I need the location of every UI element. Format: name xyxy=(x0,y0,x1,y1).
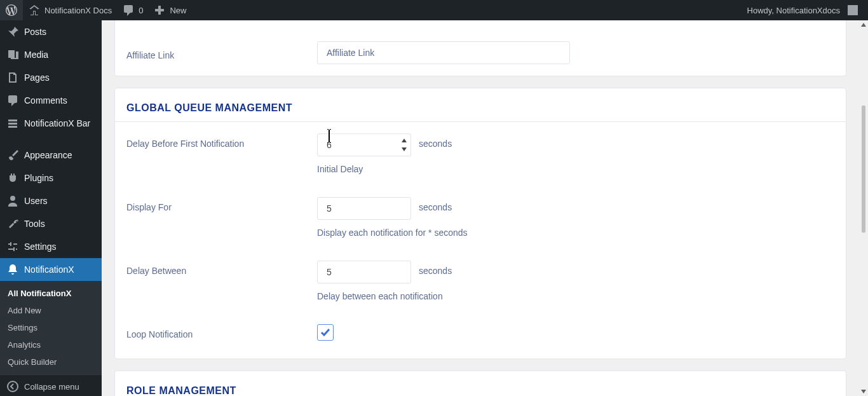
wrench-icon xyxy=(6,217,19,230)
sidebar-item-users[interactable]: Users xyxy=(0,189,102,212)
field-label: Delay Between xyxy=(126,261,317,276)
avatar xyxy=(848,5,858,15)
collapse-icon xyxy=(6,380,19,393)
page-scrollbar[interactable] xyxy=(859,20,868,396)
sidebar-item-label: Users xyxy=(24,196,48,206)
sidebar-item-label: Posts xyxy=(24,27,46,37)
field-unit: seconds xyxy=(411,197,452,212)
scroll-thumb[interactable] xyxy=(862,106,865,233)
content-area: Affiliate Link GLOBAL QUEUE MANAGEMENT D… xyxy=(102,20,859,396)
field-display-for: Display For seconds xyxy=(115,186,846,220)
svg-point-0 xyxy=(8,381,18,392)
sidebar-item-label: Settings xyxy=(24,242,57,252)
collapse-label: Collapse menu xyxy=(24,382,79,392)
scroll-track[interactable] xyxy=(860,29,867,387)
sidebar-item-settings[interactable]: Settings xyxy=(0,235,102,258)
card-global-queue: GLOBAL QUEUE MANAGEMENT Delay Before Fir… xyxy=(114,88,846,359)
submenu-item-add-new[interactable]: Add New xyxy=(0,302,102,319)
field-help: Initial Delay xyxy=(115,156,846,174)
scroll-down-button[interactable] xyxy=(859,387,868,396)
pin-icon xyxy=(6,25,19,38)
field-label: Delay Before First Notification xyxy=(126,133,317,149)
sidebar-item-posts[interactable]: Posts xyxy=(0,20,102,43)
site-name: NotificationX Docs xyxy=(44,6,112,15)
page-icon xyxy=(6,71,19,84)
admin-bar: NotificationX Docs 0 New Howdy, Notifica… xyxy=(0,0,868,20)
home-icon xyxy=(28,4,41,17)
field-unit: seconds xyxy=(411,133,452,149)
affiliate-link-input[interactable] xyxy=(317,41,570,64)
sidebar-item-tools[interactable]: Tools xyxy=(0,212,102,235)
wordpress-icon xyxy=(5,4,18,17)
spinner-up[interactable] xyxy=(400,136,409,145)
plus-icon xyxy=(153,4,166,17)
submenu-item-settings[interactable]: Settings xyxy=(0,319,102,336)
comments-count-value: 0 xyxy=(139,6,143,15)
comments-count[interactable]: 0 xyxy=(117,0,148,20)
bell-icon xyxy=(6,263,19,276)
site-home[interactable]: NotificationX Docs xyxy=(23,0,117,20)
sidebar-item-pages[interactable]: Pages xyxy=(0,66,102,89)
submenu-item-analytics[interactable]: Analytics xyxy=(0,336,102,353)
account-menu[interactable]: Howdy, NotificationXdocs xyxy=(742,0,863,20)
submenu-notificationx: All NotificationX Add New Settings Analy… xyxy=(0,281,102,374)
spinner-down[interactable] xyxy=(400,145,409,154)
field-delay-before: Delay Before First Notification seconds xyxy=(115,122,846,156)
sidebar-item-appearance[interactable]: Appearance xyxy=(0,144,102,167)
scroll-up-button[interactable] xyxy=(859,20,868,29)
user-icon xyxy=(6,195,19,207)
sidebar-item-label: Media xyxy=(24,50,48,60)
field-loop-notification: Loop Notification xyxy=(115,313,846,358)
section-title-queue: GLOBAL QUEUE MANAGEMENT xyxy=(115,88,846,122)
sidebar-item-label: Pages xyxy=(24,72,50,83)
sidebar-item-label: Plugins xyxy=(24,173,53,183)
sidebar-item-notificationx[interactable]: NotificationX xyxy=(0,258,102,281)
sidebar-item-label: Comments xyxy=(24,95,67,106)
comments-icon xyxy=(6,94,19,107)
field-delay-between: Delay Between seconds xyxy=(115,249,846,283)
delay-between-input[interactable] xyxy=(317,261,411,283)
sidebar-item-label: NotificationX Bar xyxy=(24,118,90,128)
comment-bubble-icon xyxy=(122,4,135,17)
display-for-input[interactable] xyxy=(317,197,411,220)
section-title-role: ROLE MANAGEMENT xyxy=(115,371,846,396)
howdy-text: Howdy, NotificationXdocs xyxy=(747,6,840,15)
field-help: Display each notification for * seconds xyxy=(115,220,846,238)
field-label: Display For xyxy=(126,197,317,212)
loop-notification-checkbox[interactable] xyxy=(317,324,334,341)
field-unit: seconds xyxy=(411,261,452,276)
field-help: Delay between each notification xyxy=(115,283,846,301)
field-label: Loop Notification xyxy=(126,324,317,339)
new-label: New xyxy=(170,6,186,15)
sidebar-item-label: Appearance xyxy=(24,150,72,160)
admin-sidebar: Posts Media Pages Comments NotificationX… xyxy=(0,20,102,396)
wp-logo[interactable] xyxy=(0,0,23,20)
plug-icon xyxy=(6,172,19,184)
brush-icon xyxy=(6,149,19,161)
collapse-menu[interactable]: Collapse menu xyxy=(0,374,102,396)
sidebar-item-media[interactable]: Media xyxy=(0,43,102,66)
sidebar-item-label: NotificationX xyxy=(24,264,74,275)
delay-before-input[interactable] xyxy=(317,133,411,156)
new-content[interactable]: New xyxy=(148,0,191,20)
affiliate-link-label: Affiliate Link xyxy=(126,45,317,60)
bar-icon xyxy=(6,117,19,130)
card-role-management: ROLE MANAGEMENT xyxy=(114,371,846,396)
sidebar-item-label: Tools xyxy=(24,219,45,229)
sidebar-item-plugins[interactable]: Plugins xyxy=(0,167,102,189)
sidebar-item-comments[interactable]: Comments xyxy=(0,89,102,112)
media-icon xyxy=(6,48,19,61)
sidebar-item-nxbar[interactable]: NotificationX Bar xyxy=(0,112,102,135)
submenu-item-all[interactable]: All NotificationX xyxy=(0,285,102,302)
sliders-icon xyxy=(6,240,19,253)
submenu-item-quick-builder[interactable]: Quick Builder xyxy=(0,353,102,371)
number-spinner xyxy=(400,136,409,154)
card-previous: Affiliate Link xyxy=(114,20,846,76)
